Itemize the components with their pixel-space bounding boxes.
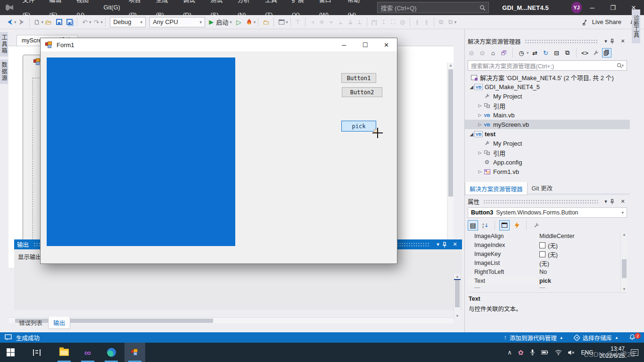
categorized-icon[interactable]: ▤ (468, 220, 478, 230)
properties-page-icon[interactable]: 🗔 (499, 220, 510, 230)
tray-expand-chevron[interactable]: ∧ (507, 349, 512, 356)
hot-reload-icon[interactable] (244, 17, 255, 27)
property-row-text[interactable]: Text pick (468, 277, 624, 286)
scrollbar-thumb[interactable] (455, 280, 460, 307)
tree-row-my-project[interactable]: My Project (465, 139, 630, 148)
winforms-app-taskbar-button[interactable] (124, 343, 145, 362)
close-icon[interactable]: ✕ (619, 38, 627, 44)
window-position-dropdown-icon[interactable]: ▾ (434, 241, 442, 247)
battery-icon[interactable] (541, 350, 549, 355)
expander-collapsed-icon[interactable]: ▷ (477, 122, 483, 127)
show-all-files-icon[interactable]: 🗐 (602, 48, 611, 58)
microphone-icon[interactable] (530, 349, 535, 356)
live-share-button[interactable]: Live Share (582, 18, 628, 25)
expander-expanded-icon[interactable]: ◢ (469, 132, 474, 137)
wifi-icon[interactable] (555, 350, 562, 355)
window-position-dropdown-icon[interactable]: ▾ (602, 38, 610, 44)
error-list-tab[interactable]: 错误列表 (14, 317, 47, 329)
find-in-files-icon[interactable]: 🗀 (261, 17, 271, 27)
tree-row-my-project[interactable]: My Project (465, 91, 630, 101)
solution-explorer-titlebar[interactable]: 解决方案资源管理器 ▾ ✕ (465, 36, 630, 46)
sync-with-active-document-icon[interactable]: ⇄ (530, 48, 540, 58)
redo-dropdown[interactable]: ▾ (101, 20, 103, 25)
toolbar-overflow-dropdown[interactable]: ▾ (286, 20, 288, 25)
properties-window-icon[interactable]: ⧉ (563, 48, 572, 58)
navigate-back-icon[interactable]: ⮜ (5, 17, 15, 27)
open-file-icon[interactable]: 🗁 (43, 17, 54, 27)
switch-views-icon[interactable]: 🗗 (499, 48, 509, 58)
select-repository-button[interactable]: 选择存储库 ▲ (574, 333, 619, 342)
quick-search-input[interactable]: 搜索 (Ctrl+Q) (377, 2, 489, 13)
expander-collapsed-icon[interactable]: ▷ (477, 103, 483, 108)
start-button[interactable] (0, 343, 21, 362)
pin-icon[interactable] (610, 39, 619, 44)
property-row-righttoleft[interactable]: RightToLeft No (468, 268, 624, 277)
view-code-icon[interactable]: <> (580, 48, 590, 58)
solution-explorer-shortcut-icon[interactable]: 🗔 (276, 17, 287, 27)
property-row-imagekey[interactable]: ImageKey (无) (468, 250, 624, 259)
menu-git[interactable]: Git(G) (99, 0, 124, 15)
properties-titlebar[interactable]: 属性 ▾ ✕ (465, 196, 630, 206)
form1-titlebar[interactable]: Form1 ─ ☐ ✕ (41, 38, 397, 51)
pick-button[interactable]: pick (341, 121, 376, 132)
expander-expanded-icon[interactable]: ◢ (469, 84, 474, 90)
output-tab[interactable]: 输出 (48, 317, 70, 329)
visual-studio-taskbar-button[interactable]: ∞ (77, 343, 98, 362)
scroll-up-arrow[interactable]: ▲ (447, 63, 454, 68)
expander-collapsed-icon[interactable]: ▷ (477, 113, 483, 117)
home-icon[interactable]: ⌂ (488, 48, 498, 58)
form1-close-button[interactable]: ✕ (376, 38, 397, 51)
navigate-forward-icon[interactable]: ⮞ (17, 17, 27, 27)
pin-icon[interactable] (610, 199, 619, 204)
refresh-icon[interactable]: ↻ (541, 48, 551, 58)
property-row-imageindex[interactable]: ImageIndex (无) (468, 241, 624, 250)
property-row-imagealign[interactable]: ImageAlign MiddleCenter (468, 232, 624, 241)
filter-dropdown[interactable]: ▾ (527, 50, 529, 55)
toolbox-vertical-tab[interactable]: 工具箱 (0, 32, 8, 57)
tree-row-form1-vb[interactable]: ▷ Form1.vb (465, 167, 630, 176)
properties-scrollbar[interactable]: ▲ ▼ (620, 232, 627, 292)
se-forward-icon[interactable]: ⊙ (478, 48, 487, 58)
file-explorer-taskbar-button[interactable] (54, 343, 74, 362)
tree-row-app-config[interactable]: ⚙ App.config (465, 157, 630, 167)
save-all-icon[interactable] (64, 17, 74, 27)
data-sources-vertical-tab[interactable]: 数据源 (0, 59, 8, 84)
volume-muted-icon[interactable] (568, 350, 575, 355)
start-without-debugging-icon[interactable]: ▷ (234, 17, 244, 27)
close-icon[interactable]: ✕ (451, 241, 459, 247)
property-row-imagelist[interactable]: ImageList (无) (468, 259, 624, 268)
undo-icon[interactable]: ↶ (80, 17, 90, 27)
alphabetical-sort-icon[interactable]: AZ (480, 220, 490, 230)
save-icon[interactable] (54, 17, 64, 27)
expander-collapsed-icon[interactable]: ▷ (477, 169, 483, 174)
tree-row-solution[interactable]: 解决方案 'GDI_Make_NET4.5' (2 个项目, 共 2 个) (465, 73, 630, 82)
scrollbar-thumb[interactable] (448, 69, 453, 197)
minimize-button[interactable]: ─ (582, 0, 603, 15)
designer-toolbar-overflow[interactable]: ▾ (454, 20, 457, 25)
tree-row-references[interactable]: ▷ 引用 (465, 101, 630, 110)
button1[interactable]: Button1 (341, 73, 376, 83)
solution-explorer-search-input[interactable]: 搜索解决方案资源管理器(Ctrl+;) ▾ (468, 60, 627, 71)
tree-row-main-vb[interactable]: ▷ VB Main.vb (465, 110, 630, 120)
button2[interactable]: Button2 (342, 87, 382, 97)
form1-minimize-button[interactable]: ─ (333, 38, 355, 51)
scrollbar-thumb[interactable] (622, 259, 627, 278)
properties-object-combobox[interactable]: Button3 System.Windows.Forms.Button ▾ (468, 207, 627, 218)
redo-icon[interactable]: ↷ (91, 17, 102, 27)
tree-row-project-test[interactable]: ◢ VB test (465, 129, 630, 139)
solution-explorer-tab[interactable]: 解决方案资源管理器 (465, 182, 528, 195)
configuration-combobox[interactable]: Debug ▾ (110, 17, 146, 27)
add-to-source-control-button[interactable]: ↑ 添加到源代码管理 ▲ (504, 333, 563, 342)
tree-row-myscreen-vb[interactable]: ▷ VB myScreen.vb (465, 120, 630, 129)
search-options-dropdown[interactable]: ▾ (621, 63, 624, 68)
hot-reload-dropdown[interactable]: ▾ (254, 20, 256, 25)
account-avatar[interactable]: YJ (571, 2, 582, 13)
tree-row-references[interactable]: ▷ 引用 (465, 148, 630, 157)
wrench-icon[interactable] (591, 48, 601, 58)
edge-taskbar-button[interactable] (101, 343, 122, 362)
form1-maximize-button[interactable]: ☐ (355, 38, 376, 51)
task-view-button[interactable] (26, 343, 47, 362)
window-position-dropdown-icon[interactable]: ▾ (602, 198, 610, 205)
notifications-bell-button[interactable]: 2 (629, 334, 637, 341)
property-wrench-icon[interactable] (531, 220, 541, 230)
